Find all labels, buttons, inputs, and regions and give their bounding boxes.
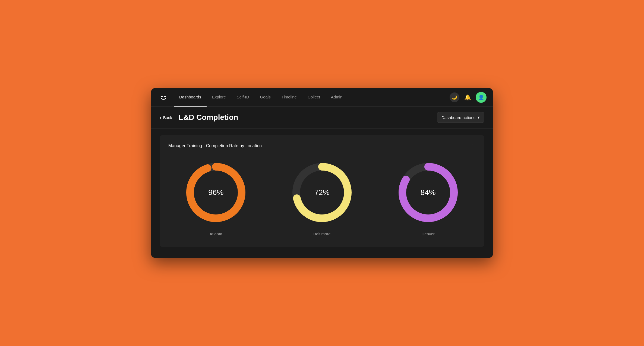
donut-percentage: 96%: [208, 188, 223, 197]
svg-point-1: [164, 96, 166, 97]
page-title: L&D Completion: [179, 113, 437, 122]
nav-tab-dashboards[interactable]: Dashboards: [174, 88, 207, 107]
app-window: Dashboards Explore Self-ID Goals Timelin…: [151, 88, 493, 258]
donut-chart: 96%: [183, 160, 248, 225]
dots-icon: ⋮: [470, 143, 476, 149]
subheader: ‹ Back L&D Completion Dashboard actions …: [151, 107, 493, 129]
nav-tab-explore[interactable]: Explore: [207, 88, 231, 107]
nav-actions: 🌙 🔔 👤: [450, 92, 487, 103]
donut-percentage: 72%: [314, 188, 330, 197]
card-title: Manager Training - Completion Rate by Lo…: [168, 143, 262, 148]
dashboard-actions-label: Dashboard actions: [441, 115, 475, 120]
chart-location-label: Baltimore: [313, 232, 330, 236]
back-label: Back: [163, 115, 172, 120]
nav-tabs: Dashboards Explore Self-ID Goals Timelin…: [174, 88, 450, 107]
main-content: Manager Training - Completion Rate by Lo…: [151, 129, 493, 258]
completion-card: Manager Training - Completion Rate by Lo…: [160, 135, 484, 247]
person-icon: 👤: [478, 94, 484, 100]
donut-percentage: 84%: [421, 188, 436, 197]
charts-row: 96%Atlanta72%Baltimore84%Denver: [168, 160, 476, 236]
chevron-left-icon: ‹: [160, 114, 162, 121]
nav-tab-timeline[interactable]: Timeline: [276, 88, 302, 107]
chevron-down-icon: ▾: [478, 115, 480, 120]
nav-tab-goals[interactable]: Goals: [255, 88, 276, 107]
chart-item: 96%Atlanta: [168, 160, 264, 236]
dark-mode-button[interactable]: 🌙: [450, 92, 459, 102]
navbar: Dashboards Explore Self-ID Goals Timelin…: [151, 88, 493, 107]
donut-chart: 72%: [289, 160, 355, 225]
back-button[interactable]: ‹ Back: [160, 114, 172, 121]
bell-icon: 🔔: [464, 94, 471, 101]
donut-chart: 84%: [396, 160, 461, 225]
nav-tab-admin[interactable]: Admin: [326, 88, 348, 107]
nav-tab-selfid[interactable]: Self-ID: [231, 88, 255, 107]
card-menu-button[interactable]: ⋮: [470, 143, 476, 149]
notifications-button[interactable]: 🔔: [463, 92, 472, 102]
dashboard-actions-button[interactable]: Dashboard actions ▾: [437, 112, 484, 123]
moon-icon: 🌙: [452, 95, 457, 100]
chart-location-label: Denver: [422, 232, 435, 236]
user-avatar-button[interactable]: 👤: [476, 92, 487, 103]
svg-point-0: [161, 96, 163, 97]
chart-item: 84%Denver: [380, 160, 476, 236]
card-header: Manager Training - Completion Rate by Lo…: [168, 143, 476, 149]
logo: [157, 91, 169, 103]
nav-tab-collect[interactable]: Collect: [302, 88, 326, 107]
chart-item: 72%Baltimore: [274, 160, 370, 236]
chart-location-label: Atlanta: [210, 232, 222, 236]
